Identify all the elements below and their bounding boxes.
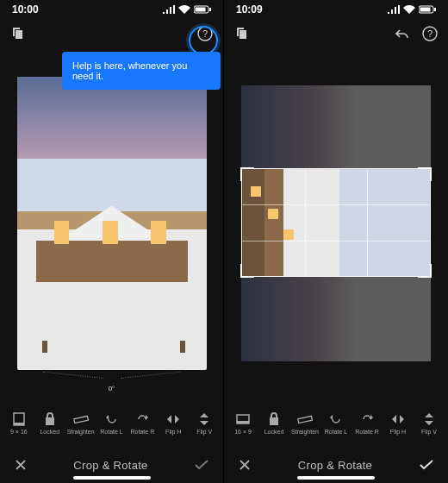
wifi-icon xyxy=(403,5,415,14)
editor-canvas[interactable]: 0° xyxy=(0,48,223,398)
rotate-right-icon xyxy=(134,411,150,427)
battery-icon xyxy=(194,5,211,14)
copy-icon[interactable] xyxy=(10,27,24,41)
home-indicator[interactable] xyxy=(73,476,151,480)
tool-rotate-right[interactable]: Rotate R xyxy=(353,411,381,435)
crop-handle-bl[interactable] xyxy=(240,264,254,278)
svg-rect-9 xyxy=(420,8,431,12)
crop-handle-tl[interactable] xyxy=(240,167,254,181)
tool-label: Rotate L xyxy=(325,429,347,435)
copy-icon[interactable] xyxy=(234,27,248,41)
rotation-dial[interactable]: 0° xyxy=(43,378,181,398)
image-preview[interactable] xyxy=(224,85,448,361)
tool-straighten[interactable]: Straighten xyxy=(291,411,319,435)
tool-flip-v[interactable]: Flip V xyxy=(415,411,443,435)
confirm-button[interactable] xyxy=(194,459,209,471)
crop-frame[interactable] xyxy=(241,168,431,277)
status-icons xyxy=(388,5,436,14)
signal-icon xyxy=(388,5,400,14)
battery-icon xyxy=(419,5,436,14)
svg-rect-14 xyxy=(237,421,249,423)
rotate-left-icon xyxy=(328,411,344,427)
svg-rect-15 xyxy=(298,416,313,423)
tool-bar: 16 × 9 Locked Straighten Rotate L Rotate… xyxy=(224,398,448,447)
svg-text:?: ? xyxy=(427,28,432,39)
signal-icon xyxy=(163,5,175,14)
flip-h-icon xyxy=(165,411,181,427)
top-bar: ? xyxy=(224,19,448,48)
tool-rotate-right[interactable]: Rotate R xyxy=(128,411,156,435)
confirm-button[interactable] xyxy=(419,459,434,471)
mode-title: Crop & Rotate xyxy=(73,459,147,472)
rotate-right-icon xyxy=(359,411,375,427)
tool-label: Rotate L xyxy=(100,429,122,435)
tool-label: Locked xyxy=(264,429,284,435)
flip-v-icon xyxy=(421,411,437,427)
undo-icon[interactable] xyxy=(395,28,410,40)
cancel-button[interactable] xyxy=(238,458,252,472)
rotate-left-icon xyxy=(104,411,120,427)
flip-h-icon xyxy=(390,411,406,427)
tool-label: Flip H xyxy=(390,429,406,435)
tool-aspect[interactable]: 16 × 9 xyxy=(229,411,257,435)
tool-rotate-left[interactable]: Rotate L xyxy=(322,411,350,435)
tool-flip-h[interactable]: Flip H xyxy=(384,411,412,435)
tool-bar: 9 × 16 Locked Straighten Rotate L Rotate… xyxy=(0,398,223,447)
tool-lock[interactable]: Locked xyxy=(36,411,64,435)
help-tooltip[interactable]: Help is here, whenever you need it. xyxy=(62,52,221,90)
tool-label: 9 × 16 xyxy=(10,429,28,435)
svg-rect-2 xyxy=(209,8,211,11)
tool-label: Straighten xyxy=(67,429,95,435)
check-icon xyxy=(194,459,209,471)
home-indicator[interactable] xyxy=(297,476,375,480)
tool-flip-v[interactable]: Flip V xyxy=(190,411,218,435)
cancel-button[interactable] xyxy=(14,458,28,472)
crop-handle-tr[interactable] xyxy=(418,167,432,181)
aspect-icon xyxy=(235,411,251,427)
tool-label: 16 × 9 xyxy=(234,429,252,435)
tool-label: Flip H xyxy=(165,429,181,435)
editor-canvas[interactable] xyxy=(224,48,448,398)
lock-icon xyxy=(42,411,58,427)
tool-aspect[interactable]: 9 × 16 xyxy=(5,411,33,435)
close-icon xyxy=(14,458,28,472)
help-icon[interactable]: ? xyxy=(422,26,438,41)
svg-rect-6 xyxy=(14,423,24,425)
straighten-icon xyxy=(73,411,89,427)
svg-rect-7 xyxy=(73,416,88,423)
aspect-icon xyxy=(11,411,27,427)
wifi-icon xyxy=(178,5,190,14)
lock-icon xyxy=(266,411,282,427)
tool-label: Flip V xyxy=(421,429,437,435)
svg-rect-10 xyxy=(434,8,436,11)
tool-label: Locked xyxy=(40,429,59,435)
crop-handle-br[interactable] xyxy=(418,264,432,278)
tool-label: Flip V xyxy=(196,429,212,435)
rotation-value: 0° xyxy=(109,385,115,392)
status-time: 10:00 xyxy=(12,3,39,16)
tool-label: Straighten xyxy=(291,429,319,435)
tool-label: Rotate R xyxy=(355,429,379,435)
tool-lock[interactable]: Locked xyxy=(260,411,288,435)
status-icons xyxy=(163,5,211,14)
image-preview[interactable] xyxy=(17,77,207,370)
phone-left: 10:00 ? Help is here, whenever you need … xyxy=(0,0,223,483)
svg-rect-1 xyxy=(196,8,206,12)
status-bar: 10:00 xyxy=(0,0,223,19)
tool-label: Rotate R xyxy=(131,429,155,435)
mode-title: Crop & Rotate xyxy=(298,459,372,472)
close-icon xyxy=(238,458,252,472)
tool-rotate-left[interactable]: Rotate L xyxy=(98,411,126,435)
check-icon xyxy=(419,459,434,471)
status-bar: 10:09 xyxy=(224,0,448,19)
straighten-icon xyxy=(297,411,313,427)
status-time: 10:09 xyxy=(236,3,263,16)
tool-flip-h[interactable]: Flip H xyxy=(159,411,187,435)
phone-right: 10:09 ? xyxy=(223,0,448,483)
tool-straighten[interactable]: Straighten xyxy=(67,411,95,435)
flip-v-icon xyxy=(196,411,212,427)
